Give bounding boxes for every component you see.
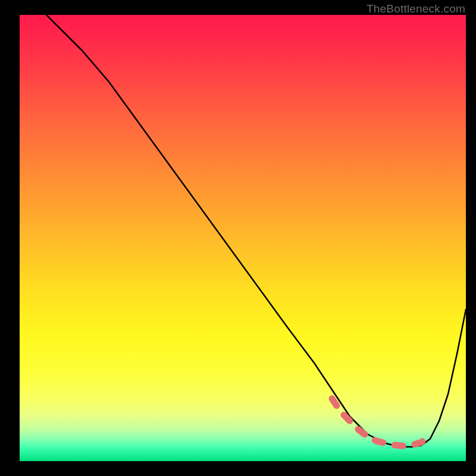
chart-svg xyxy=(20,15,466,461)
bottleneck-curve xyxy=(46,15,466,447)
bottleneck-dash-region xyxy=(332,399,426,446)
plot-area xyxy=(20,15,466,461)
watermark-text: TheBottleneck.com xyxy=(367,2,465,15)
chart-frame: TheBottleneck.com xyxy=(0,0,476,476)
